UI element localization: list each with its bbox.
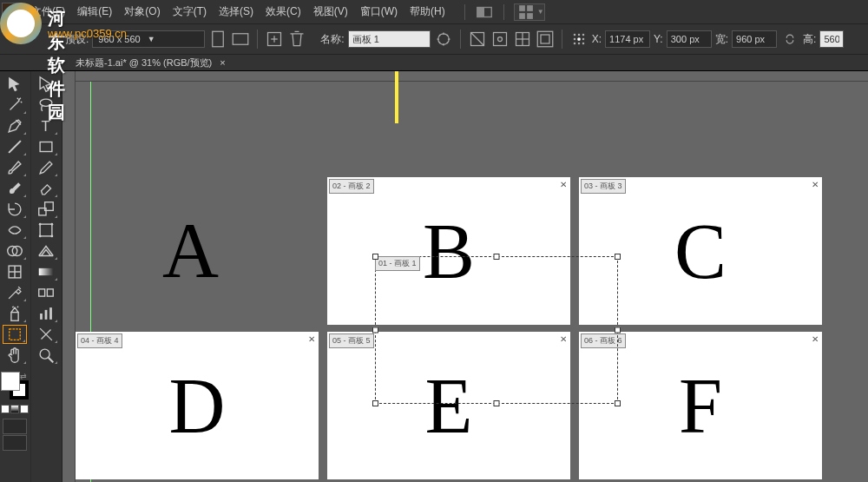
menu-object[interactable]: 对象(O)	[124, 4, 160, 19]
menu-separator	[464, 4, 465, 20]
close-icon[interactable]: ✕	[558, 333, 569, 344]
show-safe-area-icon[interactable]	[536, 30, 555, 49]
svg-line-55	[49, 358, 54, 363]
selection-tool[interactable]	[3, 75, 27, 94]
workspace-switcher[interactable]: ▼	[514, 3, 545, 21]
svg-point-44	[39, 223, 42, 226]
separator	[460, 30, 461, 49]
hand-tool[interactable]	[3, 346, 27, 365]
color-swatches[interactable]: ⇄	[1, 372, 29, 399]
column-graph-tool[interactable]	[34, 304, 58, 323]
y-input[interactable]	[667, 30, 712, 48]
swap-colors-icon[interactable]: ⇄	[20, 372, 29, 380]
menu-edit[interactable]: 编辑(E)	[77, 4, 112, 19]
symbol-sprayer-tool[interactable]	[3, 304, 27, 323]
svg-rect-50	[48, 289, 54, 296]
svg-point-47	[51, 235, 54, 238]
shape-builder-tool[interactable]	[3, 241, 27, 261]
horizontal-ruler[interactable]	[76, 71, 868, 82]
color-theme-icon[interactable]	[475, 3, 494, 22]
mesh-tool[interactable]	[3, 262, 27, 281]
chevron-down-icon: ▼	[148, 35, 155, 43]
landscape-icon[interactable]	[231, 30, 250, 49]
zoom-tool[interactable]	[34, 346, 58, 365]
gradient-tool[interactable]	[34, 262, 58, 281]
scale-tool[interactable]	[34, 200, 58, 219]
close-icon[interactable]: ✕	[810, 333, 820, 344]
eraser-tool[interactable]	[34, 179, 58, 198]
letter-glyph: A	[162, 208, 219, 294]
show-crosshair-icon[interactable]	[513, 30, 532, 49]
tools-panel: ⇄ T	[0, 71, 62, 482]
letter-glyph: C	[674, 207, 727, 296]
menu-type[interactable]: 文字(T)	[173, 4, 207, 19]
draw-normal-icon[interactable]	[3, 419, 27, 434]
slice-tool[interactable]	[34, 325, 58, 344]
tab-title: 未标题-1.ai* @ 31% (RGB/预览)	[76, 57, 212, 68]
menu-help[interactable]: 帮助(H)	[410, 4, 445, 19]
menu-select[interactable]: 选择(S)	[219, 4, 253, 19]
svg-point-27	[573, 43, 575, 45]
main-area: ⇄ T	[0, 71, 868, 482]
artboard[interactable]: 04 - 画板 4 ✕ D	[76, 332, 319, 479]
delete-artboard-icon[interactable]	[287, 30, 306, 49]
letter-glyph: F	[679, 361, 722, 451]
options-icon[interactable]	[434, 30, 453, 49]
draw-behind-icon[interactable]	[3, 435, 27, 451]
menu-separator	[503, 4, 504, 20]
canvas[interactable]: A 02 - 画板 2 ✕ B 03 - 画板 3 ✕ C 04 - 画板 4 …	[62, 71, 868, 482]
document-tab[interactable]: 未标题-1.ai* @ 31% (RGB/预览) ×	[65, 56, 236, 69]
gradient-mode-icon[interactable]	[10, 405, 19, 413]
artboard-name-input[interactable]	[348, 30, 431, 48]
show-center-icon[interactable]	[490, 30, 510, 49]
width-input[interactable]	[732, 30, 777, 48]
vertical-ruler[interactable]	[62, 71, 76, 482]
artboard[interactable]: 02 - 画板 2 ✕ B	[327, 177, 570, 325]
rectangle-tool[interactable]	[34, 137, 58, 156]
reference-point-icon[interactable]	[569, 30, 589, 49]
constrain-proportions-icon[interactable]	[468, 30, 487, 49]
blend-tool[interactable]	[34, 283, 58, 302]
close-icon[interactable]: ✕	[810, 179, 820, 189]
svg-rect-3	[527, 5, 533, 11]
pencil-tool[interactable]	[34, 158, 58, 177]
x-input[interactable]	[605, 30, 650, 48]
x-label: X:	[592, 33, 602, 45]
color-mode-icon[interactable]	[1, 405, 10, 413]
line-tool[interactable]	[3, 137, 27, 156]
fill-swatch[interactable]	[1, 372, 20, 391]
tab-close-icon[interactable]: ×	[220, 57, 225, 68]
artboard[interactable]: 03 - 画板 3 ✕ C	[579, 177, 822, 325]
menu-effect[interactable]: 效果(C)	[266, 4, 301, 19]
close-icon[interactable]: ✕	[558, 179, 569, 189]
svg-rect-20	[541, 35, 549, 43]
artboard-tool[interactable]	[3, 325, 27, 344]
artboard-label: 05 - 画板 5	[329, 333, 374, 348]
svg-point-28	[577, 43, 580, 45]
blob-brush-tool[interactable]	[3, 179, 27, 198]
perspective-grid-tool[interactable]	[34, 241, 58, 261]
free-transform-tool[interactable]	[34, 221, 58, 240]
svg-point-22	[577, 34, 580, 36]
menu-window[interactable]: 窗口(W)	[360, 4, 398, 19]
magic-wand-tool[interactable]	[3, 96, 27, 115]
pen-tool[interactable]	[3, 116, 27, 135]
paintbrush-tool[interactable]	[3, 158, 27, 177]
svg-rect-48	[39, 268, 54, 275]
width-tool[interactable]	[3, 221, 27, 240]
svg-rect-52	[45, 310, 48, 320]
watermark-url: www.pc0359.cn	[48, 27, 127, 40]
close-icon[interactable]: ✕	[306, 333, 317, 344]
new-artboard-icon[interactable]	[265, 30, 284, 49]
svg-point-15	[497, 37, 502, 42]
none-mode-icon[interactable]	[20, 405, 29, 413]
height-input[interactable]	[819, 30, 844, 48]
artboard[interactable]: 06 - 画板 6 ✕ F	[579, 332, 822, 479]
menu-view[interactable]: 视图(V)	[313, 4, 348, 19]
portrait-icon[interactable]	[208, 30, 227, 49]
eyedropper-tool[interactable]	[3, 283, 27, 302]
svg-rect-40	[40, 142, 52, 152]
link-icon[interactable]	[780, 30, 799, 49]
artboard[interactable]: 05 - 画板 5 ✕ E	[327, 332, 570, 479]
rotate-tool[interactable]	[3, 200, 27, 219]
